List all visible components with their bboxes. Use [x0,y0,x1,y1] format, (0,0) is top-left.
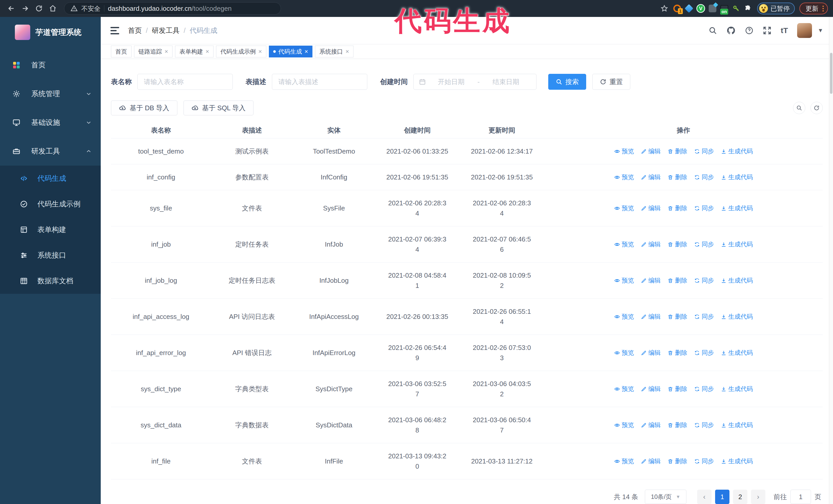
sidebar-item-2[interactable]: 基础设施 [0,108,101,137]
row-action-4[interactable]: 生成代码 [721,347,753,358]
toggle-search-button[interactable] [793,102,805,114]
extension-switch-icon[interactable]: on [719,3,730,14]
sidebar-logo[interactable]: 芋道管理系统 [0,17,101,47]
next-page-button[interactable]: › [751,490,765,504]
user-caret-down-icon[interactable]: ▼ [818,27,823,34]
row-action-0[interactable]: 预览 [614,146,634,157]
import-sql-button[interactable]: 基于 SQL 导入 [184,100,254,115]
tab-close-icon[interactable]: × [206,48,209,55]
row-action-3[interactable]: 同步 [694,146,714,157]
row-action-0[interactable]: 预览 [614,456,634,466]
tab-5[interactable]: 系统接口× [315,46,353,57]
browser-profile-chip[interactable]: 已暂停 [757,3,795,14]
extension-card-icon[interactable] [708,3,718,14]
goto-page-input[interactable] [790,490,811,504]
row-action-3[interactable]: 同步 [694,203,714,213]
row-action-2[interactable]: 删除 [667,456,687,466]
tab-1[interactable]: 链路追踪× [134,46,172,57]
tab-2[interactable]: 表单构建× [175,46,214,57]
page-button-1[interactable]: 1 [715,490,730,504]
row-action-0[interactable]: 预览 [614,275,634,286]
prev-page-button[interactable]: ‹ [697,490,712,504]
extension-key-icon[interactable] [731,3,741,14]
tab-3[interactable]: 代码生成示例× [216,46,266,57]
row-action-0[interactable]: 预览 [614,347,634,358]
row-action-0[interactable]: 预览 [614,311,634,322]
refresh-table-button[interactable] [810,102,823,114]
start-date-placeholder[interactable]: 开始日期 [426,77,476,87]
row-action-3[interactable]: 同步 [694,384,714,394]
extension-gem-icon[interactable] [684,3,694,14]
tab-close-icon[interactable]: × [258,48,262,55]
row-action-1[interactable]: 编辑 [641,311,661,322]
row-action-2[interactable]: 删除 [667,203,687,213]
page-size-select[interactable]: 10条/页 ▼ [645,490,686,504]
sidebar-subitem-0[interactable]: 代码生成 [0,166,101,191]
extension-orange-icon[interactable]: 1 [672,3,682,14]
table-desc-input[interactable] [272,74,367,90]
row-action-4[interactable]: 生成代码 [721,420,753,430]
row-action-4[interactable]: 生成代码 [721,384,753,394]
reset-button[interactable]: 重置 [592,74,630,90]
row-action-2[interactable]: 删除 [667,311,687,322]
page-button-2[interactable]: 2 [733,490,747,504]
row-action-3[interactable]: 同步 [694,275,714,286]
row-action-4[interactable]: 生成代码 [721,456,753,466]
sidebar-item-3[interactable]: 研发工具 [0,137,101,166]
sidebar-toggle-icon[interactable] [111,27,119,34]
header-search-icon[interactable] [709,26,717,35]
row-action-2[interactable]: 删除 [667,146,687,157]
row-action-1[interactable]: 编辑 [641,420,661,430]
row-action-1[interactable]: 编辑 [641,146,661,157]
tab-close-icon[interactable]: × [346,48,349,55]
row-action-1[interactable]: 编辑 [641,275,661,286]
not-secure-warning-icon[interactable] [70,5,78,12]
breadcrumb-item-0[interactable]: 首页 [128,26,142,35]
row-action-4[interactable]: 生成代码 [721,146,753,157]
row-action-0[interactable]: 预览 [614,172,634,182]
date-range-picker[interactable]: 开始日期 - 结束日期 [413,74,537,90]
bookmark-star-icon[interactable] [658,2,670,15]
tab-close-icon[interactable]: × [305,48,308,55]
fullscreen-icon[interactable] [763,26,771,35]
end-date-placeholder[interactable]: 结束日期 [481,77,531,87]
row-action-3[interactable]: 同步 [694,172,714,182]
search-button[interactable]: 搜索 [548,74,586,90]
table-name-input[interactable] [137,74,233,90]
row-action-1[interactable]: 编辑 [641,384,661,394]
sidebar-subitem-2[interactable]: 表单构建 [0,217,101,242]
tab-0[interactable]: 首页 [111,46,132,57]
scrollbar-thumb[interactable] [830,53,832,94]
row-action-2[interactable]: 删除 [667,384,687,394]
row-action-4[interactable]: 生成代码 [721,275,753,286]
browser-back-icon[interactable] [5,2,18,15]
extension-shield-icon[interactable]: V [696,3,706,14]
browser-update-button[interactable]: 更新 [800,3,828,14]
row-action-1[interactable]: 编辑 [641,239,661,249]
row-action-2[interactable]: 删除 [667,275,687,286]
address-bar[interactable]: 不安全 dashboard.yudao.iocoder.cn/tool/code… [64,2,281,15]
browser-home-icon[interactable] [47,2,59,15]
sidebar-subitem-1[interactable]: 代码生成示例 [0,191,101,217]
row-action-4[interactable]: 生成代码 [721,311,753,322]
breadcrumb-item-1[interactable]: 研发工具 [152,26,180,35]
sidebar-subitem-3[interactable]: 系统接口 [0,242,101,268]
row-action-0[interactable]: 预览 [614,203,634,213]
font-size-icon[interactable]: tT [781,26,788,35]
row-action-0[interactable]: 预览 [614,420,634,430]
row-action-0[interactable]: 预览 [614,384,634,394]
row-action-1[interactable]: 编辑 [641,347,661,358]
row-action-3[interactable]: 同步 [694,456,714,466]
sidebar-item-0[interactable]: 首页 [0,51,101,79]
row-action-4[interactable]: 生成代码 [721,239,753,249]
user-avatar[interactable] [797,23,812,38]
tab-close-icon[interactable]: × [165,48,168,55]
row-action-1[interactable]: 编辑 [641,172,661,182]
browser-forward-icon[interactable] [19,2,31,15]
tab-4[interactable]: 代码生成× [269,46,312,57]
row-action-3[interactable]: 同步 [694,420,714,430]
import-db-button[interactable]: 基于 DB 导入 [111,100,177,115]
row-action-0[interactable]: 预览 [614,239,634,249]
row-action-2[interactable]: 删除 [667,347,687,358]
row-action-2[interactable]: 删除 [667,172,687,182]
